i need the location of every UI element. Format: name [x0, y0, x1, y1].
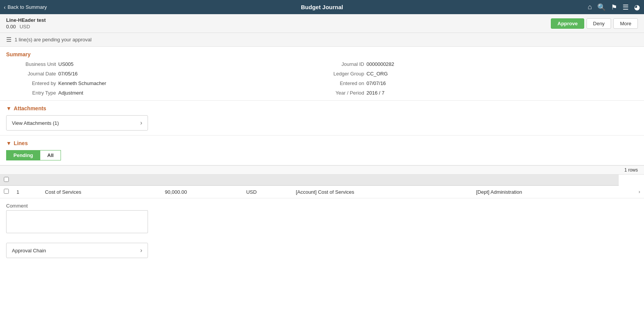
more-button[interactable]: More [613, 18, 638, 29]
ledger-group-value: CC_ORG [366, 71, 388, 77]
summary-right-col: Journal ID 0000000282 Ledger Group CC_OR… [322, 61, 630, 96]
summary-section: Summary Business Unit US005 Journal Date… [0, 47, 644, 101]
lines-header [0, 175, 644, 186]
approval-chain-label: Approval Chain [12, 248, 46, 253]
row-checkbox[interactable] [4, 189, 9, 194]
record-title: Line-HEader test [6, 17, 46, 23]
approval-chain-link[interactable]: Approval Chain › [6, 243, 148, 258]
year-period-label: Year / Period [322, 90, 364, 96]
summary-row-business-unit: Business Unit US005 [14, 61, 322, 67]
row-account: [Account] Cost of Services [292, 186, 472, 198]
summary-title: Summary [6, 51, 638, 57]
row-detail-arrow-icon[interactable]: › [619, 186, 644, 198]
journal-id-label: Journal ID [322, 61, 364, 67]
entered-by-label: Entered by [14, 80, 56, 86]
top-bar: ‹ Back to Summary Budget Journal ⌂ 🔍 ⚑ ☰… [0, 0, 644, 14]
summary-row-entered-by: Entered by Kenneth Schumacher [14, 80, 322, 86]
year-period-value: 2016 / 7 [366, 90, 384, 96]
view-attachments-link[interactable]: View Attachments (1) › [6, 115, 148, 131]
page-title: Budget Journal [301, 4, 343, 10]
attachments-section: ▼ Attachments View Attachments (1) › [0, 101, 644, 136]
home-icon[interactable]: ⌂ [588, 3, 592, 11]
lines-section: ▼ Lines Pending All [0, 136, 644, 165]
attachments-chevron-icon: ▼ [6, 105, 12, 111]
currency-label: USD [20, 24, 30, 29]
target-icon[interactable]: ◕ [634, 3, 640, 11]
flag-icon[interactable]: ⚑ [611, 3, 617, 11]
action-buttons: Approve Deny More [551, 18, 638, 29]
lines-table: 1 Cost of Services 90,000.00 USD [Accoun… [0, 175, 644, 198]
comment-label: Comment [6, 203, 638, 209]
row-amount: 90,000.00 [161, 186, 242, 198]
attachments-title-text: Attachments [14, 105, 46, 111]
summary-row-journal-date: Journal Date 07/05/16 [14, 71, 322, 77]
pending-icon: ☰ [6, 36, 12, 43]
info-bar: Line-HEader test 0.00 USD Approve Deny M… [0, 14, 644, 33]
deny-button[interactable]: Deny [586, 18, 611, 29]
table-row: 1 Cost of Services 90,000.00 USD [Accoun… [0, 186, 644, 198]
pending-text: 1 line(s) are pending your approval [15, 37, 92, 43]
row-num: 1 [13, 186, 41, 198]
header-spacer [13, 175, 619, 186]
row-dept: [Dept] Administration [472, 186, 619, 198]
tab-pending[interactable]: Pending [6, 150, 40, 160]
summary-row-ledger-group: Ledger Group CC_ORG [322, 71, 630, 77]
business-unit-label: Business Unit [14, 61, 56, 67]
select-all-checkbox[interactable] [4, 177, 9, 182]
attachments-arrow-icon: › [140, 119, 142, 126]
back-label: Back to Summary [8, 4, 47, 10]
ledger-group-label: Ledger Group [322, 71, 364, 77]
entered-on-value: 07/07/16 [366, 80, 386, 86]
summary-row-journal-id: Journal ID 0000000282 [322, 61, 630, 67]
view-attachments-label: View Attachments (1) [12, 120, 59, 126]
main-content: Line-HEader test 0.00 USD Approve Deny M… [0, 14, 644, 327]
tab-all[interactable]: All [40, 150, 61, 160]
amount-value: 0.00 [6, 24, 16, 29]
rows-count: 1 rows [0, 165, 644, 175]
business-unit-value: US005 [58, 61, 74, 67]
lines-title-text: Lines [14, 140, 28, 146]
row-description: Cost of Services [41, 186, 161, 198]
entered-on-label: Entered on [322, 80, 364, 86]
journal-date-label: Journal Date [14, 71, 56, 77]
summary-grid: Business Unit US005 Journal Date 07/05/1… [6, 61, 638, 96]
info-left: Line-HEader test 0.00 USD [6, 17, 46, 29]
entry-type-label: Entry Type [14, 90, 56, 96]
approve-button[interactable]: Approve [551, 18, 584, 29]
approval-chain-arrow-icon: › [140, 247, 142, 254]
summary-row-entered-on: Entered on 07/07/16 [322, 80, 630, 86]
top-nav-icons: ⌂ 🔍 ⚑ ☰ ◕ [588, 3, 640, 11]
entry-type-value: Adjustment [58, 90, 83, 96]
info-amount: 0.00 USD [6, 24, 46, 29]
back-to-summary-link[interactable]: ‹ Back to Summary [4, 4, 47, 10]
journal-date-value: 07/05/16 [58, 71, 78, 77]
header-checkbox-col [0, 175, 13, 186]
lines-chevron-icon: ▼ [6, 140, 12, 146]
comment-section: Comment [0, 198, 644, 239]
attachments-title[interactable]: ▼ Attachments [6, 105, 638, 111]
entered-by-value: Kenneth Schumacher [58, 80, 106, 86]
search-icon[interactable]: 🔍 [597, 3, 606, 11]
menu-icon[interactable]: ☰ [623, 3, 629, 11]
summary-left-col: Business Unit US005 Journal Date 07/05/1… [14, 61, 322, 96]
pending-notice: ☰ 1 line(s) are pending your approval [0, 33, 644, 47]
comment-textarea[interactable] [6, 210, 148, 233]
summary-row-year-period: Year / Period 2016 / 7 [322, 90, 630, 96]
summary-row-entry-type: Entry Type Adjustment [14, 90, 322, 96]
back-arrow-icon: ‹ [4, 4, 6, 10]
journal-id-value: 0000000282 [366, 61, 394, 67]
lines-tabs: Pending All [6, 150, 638, 160]
lines-title[interactable]: ▼ Lines [6, 140, 638, 146]
row-checkbox-col [0, 186, 13, 198]
row-currency: USD [242, 186, 292, 198]
